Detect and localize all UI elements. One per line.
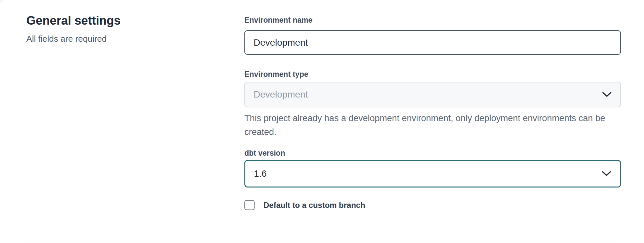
dbt-version-label: dbt version [244,148,621,158]
environment-type-select: Development [244,82,621,107]
environment-type-value: Development [254,89,308,100]
environment-name-input[interactable] [244,30,621,55]
environment-type-label: Environment type [244,69,621,79]
custom-branch-label[interactable]: Default to a custom branch [263,201,365,210]
custom-branch-row: Default to a custom branch [244,200,621,210]
chevron-down-icon [602,91,612,98]
dbt-version-select[interactable]: 1.6 [244,160,621,188]
section-divider [26,242,621,242]
settings-card: General settings All fields are required… [0,0,644,243]
custom-branch-checkbox[interactable] [244,200,255,210]
section-header: General settings All fields are required [26,12,211,44]
environment-type-help-text: This project already has a development e… [244,111,609,139]
environment-name-label: Environment name [244,15,621,25]
dbt-version-value: 1.6 [254,168,267,179]
page-subtitle: All fields are required [26,33,211,44]
page-title: General settings [26,12,211,29]
chevron-down-icon [602,170,611,177]
environment-settings-form: Environment name Environment type Develo… [244,15,621,210]
